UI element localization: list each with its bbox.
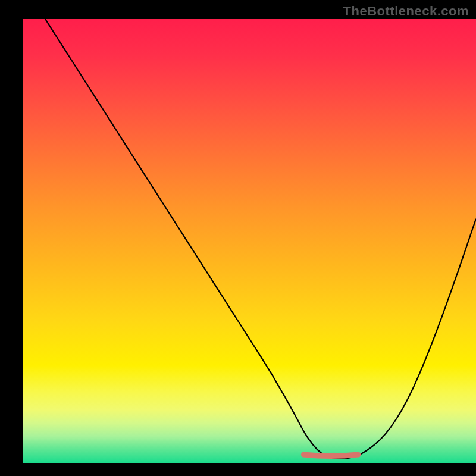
watermark-text: TheBottleneck.com xyxy=(343,4,469,19)
plot-background xyxy=(23,19,476,463)
bottleneck-curve-chart xyxy=(0,0,476,476)
chart-container: TheBottleneck.com xyxy=(0,0,476,476)
minimum-band xyxy=(303,455,358,456)
